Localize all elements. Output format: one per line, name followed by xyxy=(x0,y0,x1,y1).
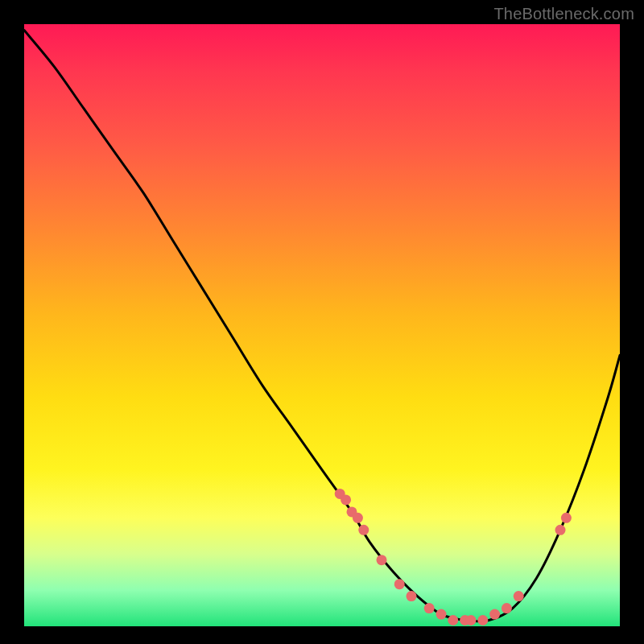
data-marker xyxy=(377,555,387,565)
data-marker xyxy=(555,525,566,535)
data-marker xyxy=(466,615,477,625)
curve-svg xyxy=(24,24,620,626)
data-marker xyxy=(341,494,351,505)
data-marker xyxy=(489,609,500,620)
watermark-text: TheBottleneck.com xyxy=(493,5,634,23)
data-marker xyxy=(358,525,369,535)
data-marker xyxy=(353,513,363,523)
data-marker xyxy=(407,591,417,601)
data-marker xyxy=(502,603,512,613)
data-marker xyxy=(561,513,572,523)
chart-container: TheBottleneck.com xyxy=(0,0,644,644)
data-markers xyxy=(335,489,572,625)
data-marker xyxy=(436,609,447,620)
data-marker xyxy=(424,603,435,613)
plot-area xyxy=(24,24,620,626)
data-marker xyxy=(448,615,458,625)
data-marker xyxy=(477,615,488,625)
data-marker xyxy=(514,591,524,601)
data-marker xyxy=(394,579,405,589)
bottleneck-curve xyxy=(24,30,620,621)
